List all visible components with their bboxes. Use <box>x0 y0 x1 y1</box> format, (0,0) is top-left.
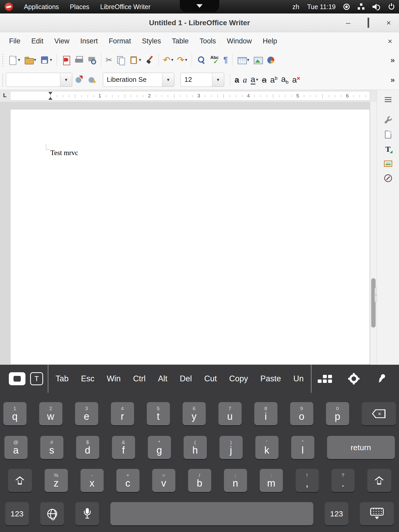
clone-formatting-button[interactable] <box>143 52 156 68</box>
key-d[interactable]: $d <box>76 436 99 459</box>
key-i[interactable]: 8i <box>254 402 277 425</box>
shortcut-key-tab[interactable]: Tab <box>56 374 69 383</box>
insert-chart-button[interactable] <box>264 52 277 68</box>
maximize-button[interactable] <box>364 19 373 27</box>
key-return[interactable]: return <box>327 436 395 459</box>
paragraph-style-combobox[interactable]: ▾ <box>6 73 72 87</box>
vertical-scrollbar[interactable] <box>370 102 377 365</box>
distro-logo-icon[interactable] <box>5 3 13 11</box>
close-document-button[interactable]: × <box>388 37 392 46</box>
shortcut-key-del[interactable]: Del <box>180 374 192 383</box>
volume-icon[interactable] <box>373 3 380 10</box>
minimize-button[interactable]: – <box>343 19 353 27</box>
font-name-combobox[interactable]: Liberation Se ▾ <box>103 73 174 87</box>
key-g[interactable]: *g <box>148 436 171 459</box>
formatting-marks-button[interactable]: ¶ <box>222 52 230 68</box>
extra-keys-grid-icon[interactable] <box>318 375 332 383</box>
key-f[interactable]: &f <box>112 436 135 459</box>
menu-styles[interactable]: Styles <box>136 37 167 45</box>
insert-table-button[interactable]: ▾ <box>235 52 251 68</box>
keyboard-settings-gear-icon[interactable] <box>348 373 360 384</box>
key-b[interactable]: /b <box>188 469 211 492</box>
window-titlebar[interactable]: Untitled 1 - LibreOffice Writer – × <box>0 14 399 32</box>
document-page[interactable]: Test mrvc <box>10 109 370 365</box>
italic-button[interactable]: a <box>241 72 249 87</box>
print-button[interactable] <box>72 52 85 68</box>
menu-format[interactable]: Format <box>103 37 137 45</box>
sidebar-collapse-handle[interactable]: ‹ <box>375 287 377 302</box>
menu-help[interactable]: Help <box>257 37 283 45</box>
spell-check-button[interactable]: Abc ✓ <box>208 52 222 68</box>
keyboard-mode-toggle[interactable] <box>9 372 25 385</box>
shortcut-key-win[interactable]: Win <box>107 374 121 383</box>
key-q[interactable]: 1q <box>3 402 26 425</box>
shortcut-key-undo[interactable]: Un <box>293 374 304 383</box>
places-menu[interactable]: Places <box>70 3 89 11</box>
shortcut-key-ctrl[interactable]: Ctrl <box>133 374 145 383</box>
sidebar-settings-button[interactable] <box>381 92 395 107</box>
key-mic[interactable] <box>75 502 99 525</box>
sidebar-navigator-button[interactable] <box>381 171 395 185</box>
key-c[interactable]: +c <box>116 469 139 492</box>
cut-button[interactable]: ✂ <box>104 52 114 68</box>
toolbar-drag-handle[interactable] <box>2 53 4 67</box>
key-z[interactable]: %z <box>45 469 68 492</box>
key-e[interactable]: 3e <box>75 402 98 425</box>
key-k[interactable]: 'k <box>255 436 278 459</box>
key-w[interactable]: 2w <box>39 402 62 425</box>
underline-button[interactable]: a▾ <box>249 72 260 87</box>
shortcut-key-copy[interactable]: Copy <box>229 374 248 383</box>
toolbar-overflow-button[interactable]: » <box>390 56 395 64</box>
shortcut-key-alt[interactable]: Alt <box>158 374 167 383</box>
menu-file[interactable]: File <box>4 37 26 45</box>
key-backspace[interactable]: × <box>362 402 396 425</box>
key-a[interactable]: @a <box>4 436 28 459</box>
key-x[interactable]: -x <box>81 469 104 492</box>
key-numbers-right[interactable]: 123 <box>325 502 348 525</box>
clock[interactable]: Tue 11:19 <box>307 3 336 11</box>
applications-menu[interactable]: Applications <box>24 3 59 11</box>
key-comma[interactable]: !, <box>296 469 319 492</box>
screen-record-icon[interactable] <box>343 4 350 10</box>
key-r[interactable]: 4r <box>111 402 134 425</box>
print-preview-button[interactable] <box>85 52 98 68</box>
key-dismiss-keyboard[interactable] <box>360 502 394 525</box>
key-period[interactable]: ?. <box>331 469 355 492</box>
save-button[interactable]: ▾ <box>38 52 54 68</box>
key-v[interactable]: =v <box>152 469 175 492</box>
sidebar-properties-button[interactable] <box>381 113 395 127</box>
font-size-combobox[interactable]: 12 ▾ <box>181 73 224 87</box>
dropdown-arrow-icon[interactable]: ▾ <box>162 73 174 87</box>
clear-formatting-button[interactable]: a× <box>290 72 302 87</box>
redo-button[interactable]: ↷▾ <box>175 52 189 68</box>
key-shift-right[interactable] <box>367 469 391 492</box>
power-icon[interactable] <box>388 3 395 10</box>
strikethrough-button[interactable]: a <box>260 72 268 87</box>
menu-view[interactable]: View <box>49 37 75 45</box>
menu-edit[interactable]: Edit <box>26 37 49 45</box>
key-t[interactable]: 5t <box>147 402 170 425</box>
subscript-button[interactable]: ab <box>279 72 290 87</box>
shortcut-key-esc[interactable]: Esc <box>81 374 95 383</box>
key-y[interactable]: 6y <box>183 402 206 425</box>
key-numbers-left[interactable]: 123 <box>5 502 29 525</box>
copy-button[interactable] <box>114 52 127 68</box>
key-h[interactable]: (h <box>184 436 207 459</box>
update-style-button[interactable] <box>72 72 85 87</box>
undo-button[interactable]: ↶▾ <box>161 52 175 68</box>
export-pdf-button[interactable] <box>59 52 72 68</box>
key-o[interactable]: 9o <box>290 402 313 425</box>
key-u[interactable]: 7u <box>218 402 242 425</box>
bold-button[interactable]: a <box>233 72 241 87</box>
open-button[interactable]: ▾ <box>22 52 38 68</box>
menu-tools[interactable]: Tools <box>194 37 221 45</box>
sidebar-page-button[interactable] <box>381 127 395 142</box>
scrollbar-thumb[interactable] <box>371 278 376 328</box>
menu-window[interactable]: Window <box>221 37 257 45</box>
menu-table[interactable]: Table <box>167 37 194 45</box>
tab-stop-selector[interactable]: L <box>3 92 6 99</box>
remote-session-handle[interactable] <box>180 0 219 12</box>
paste-button[interactable]: ▾ <box>127 52 143 68</box>
key-n[interactable]: ;n <box>224 469 247 492</box>
shortcut-key-paste[interactable]: Paste <box>260 374 281 383</box>
